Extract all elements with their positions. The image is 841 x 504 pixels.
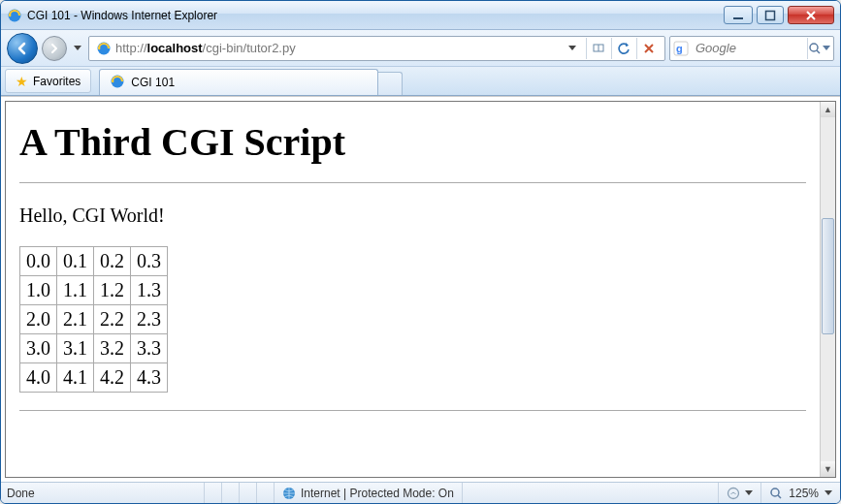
- table-row: 2.02.12.22.3: [20, 305, 168, 334]
- security-zone[interactable]: Internet | Protected Mode: On: [275, 483, 463, 503]
- ie-page-icon: [96, 41, 112, 56]
- back-button[interactable]: [7, 33, 38, 64]
- svg-point-1: [9, 14, 11, 16]
- page-options-button[interactable]: [719, 483, 761, 503]
- chevron-down-icon: [823, 46, 830, 50]
- search-placeholder: Google: [692, 41, 807, 55]
- vertical-scrollbar[interactable]: ▲ ▼: [820, 102, 835, 477]
- tab-strip: ★ Favorites CGI 101: [1, 67, 840, 96]
- close-button[interactable]: [788, 6, 834, 24]
- table-cell: 4.1: [57, 363, 94, 393]
- status-segment: [257, 483, 275, 503]
- table-cell: 3.0: [20, 334, 57, 363]
- table-row: 4.04.14.24.3: [20, 363, 168, 393]
- ie-logo-icon: [7, 8, 22, 23]
- table-row: 0.00.10.20.3: [20, 247, 168, 276]
- svg-rect-2: [733, 17, 743, 19]
- table-cell: 4.3: [131, 363, 168, 393]
- svg-point-14: [771, 488, 779, 496]
- favorites-label: Favorites: [33, 75, 81, 88]
- svg-text:g: g: [676, 43, 683, 54]
- table-cell: 2.2: [94, 305, 131, 334]
- table-cell: 4.0: [20, 363, 57, 393]
- tab-active[interactable]: CGI 101: [99, 69, 378, 95]
- status-segment: [222, 483, 240, 503]
- search-button[interactable]: [807, 38, 830, 59]
- page-body: A Third CGI Script Hello, CGI World! 0.0…: [6, 102, 820, 477]
- table-cell: 2.0: [20, 305, 57, 334]
- scroll-down-button[interactable]: ▼: [821, 461, 835, 477]
- google-icon: g: [673, 41, 689, 56]
- chevron-down-icon: [568, 46, 576, 50]
- compat-view-button[interactable]: [586, 38, 609, 59]
- svg-point-10: [112, 75, 124, 87]
- table-cell: 1.1: [57, 276, 94, 305]
- table-cell: 1.3: [131, 276, 168, 305]
- svg-point-11: [112, 79, 113, 81]
- status-segment: [463, 483, 719, 503]
- address-right-controls: [561, 38, 662, 59]
- content-area: A Third CGI Script Hello, CGI World! 0.0…: [1, 96, 840, 482]
- viewport-frame: A Third CGI Script Hello, CGI World! 0.0…: [5, 101, 836, 478]
- table-cell: 0.2: [94, 247, 131, 276]
- table-cell: 1.2: [94, 276, 131, 305]
- url-text[interactable]: http://localhost/cgi-bin/tutor2.py: [115, 41, 561, 55]
- magnifier-icon: [769, 487, 783, 500]
- minimize-button[interactable]: [724, 6, 753, 24]
- search-box[interactable]: g Google: [669, 36, 834, 61]
- maximize-button[interactable]: [757, 6, 784, 24]
- table-cell: 4.2: [94, 363, 131, 393]
- address-dropdown[interactable]: [561, 38, 584, 59]
- table-cell: 3.2: [94, 334, 131, 363]
- svg-point-13: [728, 488, 739, 498]
- table-cell: 0.0: [20, 247, 57, 276]
- status-bar: Done Internet | Protected Mode: On 125%: [1, 482, 840, 503]
- table-row: 3.03.13.23.3: [20, 334, 168, 363]
- page-heading: A Third CGI Script: [19, 119, 806, 165]
- table-cell: 2.1: [57, 305, 94, 334]
- status-segment: [240, 483, 257, 503]
- table-cell: 3.3: [131, 334, 168, 363]
- svg-point-4: [98, 42, 111, 54]
- status-text: Done: [1, 483, 205, 503]
- ie-page-icon: [110, 74, 125, 92]
- svg-rect-3: [766, 11, 775, 19]
- svg-rect-6: [594, 45, 603, 51]
- divider: [19, 182, 806, 183]
- forward-button[interactable]: [42, 36, 67, 61]
- new-tab-button[interactable]: [377, 72, 403, 95]
- status-segment: [205, 483, 222, 503]
- nav-history-dropdown[interactable]: [71, 36, 84, 61]
- zoom-control[interactable]: 125%: [761, 483, 840, 503]
- title-bar: CGI 101 - Windows Internet Explorer: [1, 1, 840, 30]
- globe-icon: [282, 487, 296, 500]
- svg-point-12: [283, 488, 295, 499]
- table-row: 1.01.11.21.3: [20, 276, 168, 305]
- browser-window: CGI 101 - Windows Internet Explorer http…: [0, 0, 841, 504]
- svg-rect-7: [674, 42, 688, 55]
- zoom-value: 125%: [789, 487, 819, 500]
- refresh-button[interactable]: [611, 38, 634, 59]
- table-cell: 2.3: [131, 305, 168, 334]
- svg-point-5: [98, 47, 100, 48]
- stop-button[interactable]: [636, 38, 660, 59]
- address-bar[interactable]: http://localhost/cgi-bin/tutor2.py: [88, 36, 665, 61]
- table-cell: 1.0: [20, 276, 57, 305]
- favorites-button[interactable]: ★ Favorites: [5, 69, 91, 93]
- window-controls: [724, 6, 834, 24]
- zone-label: Internet | Protected Mode: On: [301, 487, 454, 500]
- table-cell: 0.3: [131, 247, 168, 276]
- divider: [19, 410, 806, 411]
- tab-title: CGI 101: [131, 76, 175, 89]
- data-table: 0.00.10.20.31.01.11.21.32.02.12.22.33.03…: [19, 246, 168, 393]
- table-cell: 3.1: [57, 334, 94, 363]
- hello-text: Hello, CGI World!: [19, 205, 806, 227]
- svg-point-0: [9, 9, 21, 21]
- window-title: CGI 101 - Windows Internet Explorer: [27, 9, 724, 22]
- chevron-down-icon: [825, 490, 832, 495]
- scroll-up-button[interactable]: ▲: [821, 102, 835, 117]
- table-cell: 0.1: [57, 247, 94, 276]
- favorite-star-icon: ★: [16, 74, 28, 89]
- scroll-thumb[interactable]: [822, 218, 834, 334]
- chevron-down-icon: [74, 46, 81, 50]
